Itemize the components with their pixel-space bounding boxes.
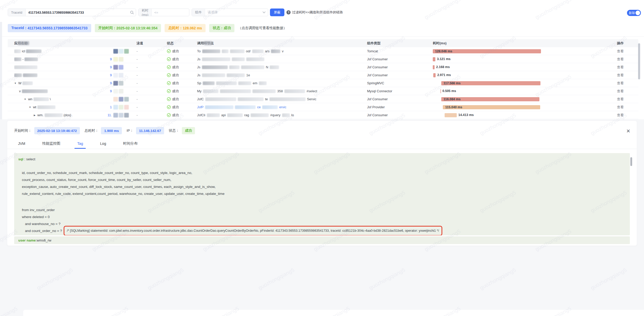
component-type-cell: SpringMVC xyxy=(367,79,429,87)
endpoint-text-fragment: (dos) xyxy=(64,113,71,117)
table-row[interactable]: v9-成功My358#selectMysql Connector0.505 ms… xyxy=(8,87,638,95)
trace-summary-row: TraceId：4117343.56553.17398559863541733 … xyxy=(8,24,287,32)
redacted-blur-block xyxy=(14,49,21,53)
filter-button[interactable]: 屏蔽 xyxy=(270,9,284,16)
search-icon[interactable] xyxy=(128,11,136,14)
view-action-link[interactable]: 查看 xyxy=(617,111,632,119)
redacted-blur-block xyxy=(251,113,269,117)
sql-user-box: user name : wms6_rw xyxy=(14,236,630,244)
tab-jvm[interactable]: JVM xyxy=(18,138,26,149)
endpoint-text-fragment: Servic xyxy=(307,97,316,101)
duration-bar: 128.046 ms xyxy=(433,49,541,53)
table-vertical-scrollbar[interactable] xyxy=(638,43,640,79)
sql-clauses: from inv_count_order where deleted = 0 a… xyxy=(22,206,630,234)
component-type-cell: Jsf Provider xyxy=(367,103,429,111)
sql-select-columns: id, count_order_no, schedule_count_mark,… xyxy=(22,169,630,197)
component-select-group[interactable]: 组件 请选择 xyxy=(192,9,268,16)
redacted-blur-block xyxy=(238,97,264,101)
color-block xyxy=(119,81,123,86)
collapse-arrow-icon[interactable]: ▶ xyxy=(34,114,36,117)
toolbar-divider xyxy=(0,36,644,37)
redacted-blur-block xyxy=(262,105,278,109)
trace-id-label: TraceId： xyxy=(11,26,28,30)
duration-bar-track: 2.168 ms xyxy=(433,65,544,70)
table-row[interactable]: ▼W9-成功SpemSpringMVC117.566 ms查看 xyxy=(8,79,638,87)
endpoint-text-fragment: - xyxy=(22,57,23,61)
sql-key: sql xyxy=(18,157,23,161)
sql-marking-highlight: /* [SQLMarking] statementId: com.jdwl.wm… xyxy=(64,226,442,235)
tab-时间分布[interactable]: 时间分布 xyxy=(123,138,138,149)
table-row[interactable]: ▶wm.(dos)11.-成功JsfCliapirag#queryloJsf C… xyxy=(8,111,638,119)
trace-viewer-page: TraceId 耗时(ms) 组件 请选择 屏蔽 ? 过滤耗时<=阈值和所选组件… xyxy=(0,0,644,316)
color-block xyxy=(113,97,118,102)
redacted-blur-block xyxy=(259,81,267,85)
tab-log[interactable]: Log xyxy=(100,138,107,149)
view-action-link[interactable]: 查看 xyxy=(617,47,632,55)
chevron-down-icon xyxy=(260,11,268,13)
sql-box-scrollbar[interactable] xyxy=(630,157,632,166)
table-row[interactable]: ▼wt1-成功JsfPceervicJsf Provider115.040 ms… xyxy=(8,103,638,111)
span-count-number: 11. xyxy=(103,111,112,119)
color-block xyxy=(119,105,123,110)
endpoint-cell: Js xyxy=(197,55,367,63)
redacted-blur-block xyxy=(216,81,237,85)
header-action: 操作 xyxy=(617,39,632,47)
app-name-cell: icl xyxy=(14,47,104,55)
table-row[interactable]: 9-成功JsNJsf Consumer2.168 ms查看 xyxy=(8,63,638,71)
table-row[interactable]: ▼wn\-成功JsfCteServicJsf Consumer116.084 m… xyxy=(8,95,638,103)
view-action-link[interactable]: 查看 xyxy=(617,87,632,95)
header-cost: 耗时(ms) xyxy=(433,39,510,47)
view-action-link[interactable]: 查看 xyxy=(617,103,632,111)
expand-arrow-icon[interactable]: ▼ xyxy=(29,106,31,109)
success-check-icon xyxy=(167,113,171,117)
redacted-blur-block xyxy=(229,65,240,69)
view-action-link[interactable]: 查看 xyxy=(617,95,632,103)
redacted-blur-block xyxy=(205,97,236,101)
status-text: 成功 xyxy=(172,113,179,118)
duration-bar: 116.084 ms xyxy=(441,97,539,101)
endpoint-text-fragment: 358 xyxy=(277,89,283,93)
duration-label: 0.505 ms xyxy=(441,89,456,93)
table-row[interactable]: 9-成功Js1eJsf Consumer2.971 ms查看 xyxy=(8,71,638,79)
tab-性能监控图[interactable]: 性能监控图 xyxy=(42,138,61,149)
span-count-number xyxy=(103,95,112,103)
table-row[interactable]: icl-成功Tood/a/svTomcat128.046 ms查看 xyxy=(8,47,638,55)
cost-input[interactable] xyxy=(152,11,189,14)
redacted-blur-block xyxy=(203,81,215,85)
endpoint-text-fragment: lo xyxy=(291,113,294,117)
duration-bar-track: 117.566 ms xyxy=(433,81,544,86)
table-row[interactable]: -9-成功JsJsf Consumer3.121 ms查看 xyxy=(8,55,638,63)
span-count-number: 1 xyxy=(103,103,112,111)
span-detail-panel: 开始时间： 2025-02-18 13:19:46:472 总耗时： 1.900… xyxy=(7,121,637,246)
duration-label: 115.040 ms xyxy=(443,105,462,109)
app-name-cell: ▼wn\ xyxy=(14,95,104,103)
view-action-link[interactable]: 查看 xyxy=(617,71,632,79)
traceid-input[interactable] xyxy=(26,11,128,14)
cost-input-group: 耗时(ms) xyxy=(138,9,189,16)
toggle-knob xyxy=(635,11,640,15)
header-endpoint: 调用环节点 xyxy=(197,39,249,47)
duration-label: 128.046 ms xyxy=(433,49,452,53)
expand-arrow-icon[interactable]: ▼ xyxy=(24,98,26,101)
redacted-blur-block xyxy=(284,89,305,93)
expand-arrow-icon[interactable]: ▼ xyxy=(14,82,16,85)
close-icon[interactable]: ✕ xyxy=(625,128,631,134)
status-cell: 成功 xyxy=(167,95,193,103)
color-block xyxy=(119,49,123,54)
new-version-toggle[interactable]: 新版 xyxy=(627,10,641,16)
status-text: 成功 xyxy=(172,65,179,70)
status-cell: 成功 xyxy=(167,63,193,71)
sql-column-line: id, count_order_no, schedule_count_mark,… xyxy=(22,169,630,176)
endpoint-text-fragment: Js xyxy=(197,73,200,77)
duration-bar-track: 115.040 ms xyxy=(433,105,544,110)
status-text: 成功 xyxy=(172,105,179,110)
view-action-link[interactable]: 查看 xyxy=(617,79,632,87)
tab-tag[interactable]: Tag xyxy=(77,138,84,149)
view-action-link[interactable]: 查看 xyxy=(617,63,632,71)
redacted-blur-block xyxy=(23,73,37,77)
duration-bar-track: 116.084 ms xyxy=(433,97,544,102)
view-action-link[interactable]: 查看 xyxy=(617,55,632,63)
duration-bar xyxy=(445,113,457,117)
redacted-blur-block xyxy=(232,57,245,61)
span-count-number: 9 xyxy=(103,79,112,87)
